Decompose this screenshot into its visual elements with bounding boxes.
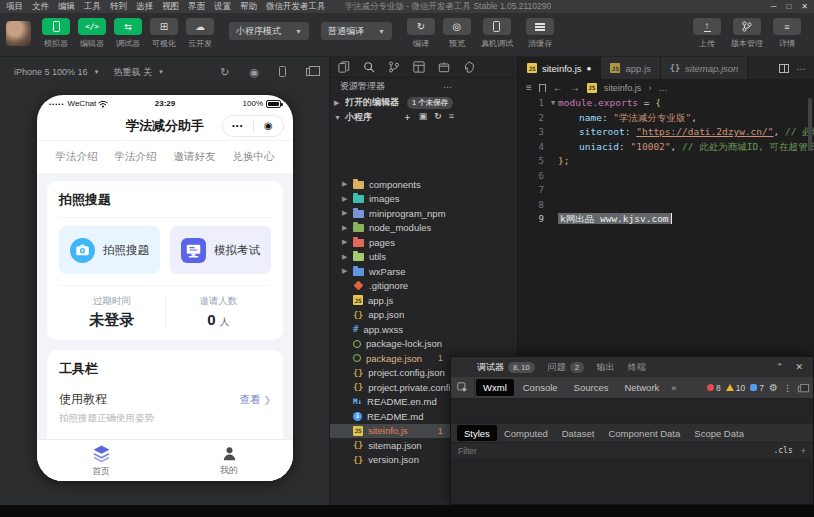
- close-button[interactable]: ✕: [801, 2, 808, 11]
- tab-problems[interactable]: 问题 2: [548, 361, 584, 374]
- package-icon[interactable]: [438, 61, 450, 73]
- layout-icon[interactable]: [413, 61, 425, 73]
- user-avatar[interactable]: [6, 21, 31, 46]
- device-selector[interactable]: iPhone 5 100% 16: [14, 67, 88, 77]
- compile-mode-dropdown[interactable]: 普通编译 ▼: [321, 22, 392, 40]
- phone-frame-icon[interactable]: [279, 66, 286, 79]
- open-editors-section[interactable]: ▶ 打开的编辑器 1 个未保存: [330, 95, 458, 110]
- link-intro-2[interactable]: 学法介绍: [115, 150, 157, 164]
- file-row-sitemap-json[interactable]: sitemap.json: [330, 438, 452, 453]
- file-row-node-modules[interactable]: ▶ node_modules: [330, 221, 452, 236]
- devtools-tab-wxml[interactable]: Wxml: [476, 379, 514, 396]
- error-counter[interactable]: 8: [707, 383, 721, 393]
- devtools-tab-network[interactable]: Network: [617, 379, 666, 396]
- tab-sitemap-json[interactable]: sitemap.json: [661, 57, 749, 79]
- tutorial-action-link[interactable]: 查看: [239, 393, 260, 407]
- file-row-project-config[interactable]: project.config.json: [330, 366, 452, 381]
- tab-home[interactable]: 首页: [37, 440, 165, 481]
- source-control-icon[interactable]: [388, 61, 400, 73]
- menu-devtools[interactable]: 微信开发者工具: [266, 1, 326, 13]
- details-button[interactable]: ≡ 详情: [770, 18, 804, 49]
- mode-dropdown[interactable]: 小程序模式 ▼: [229, 22, 309, 40]
- toggle-class-button[interactable]: .cls: [773, 446, 792, 455]
- inspector-tab-scope-data[interactable]: Scope Data: [687, 425, 751, 441]
- info-counter[interactable]: 7: [750, 383, 764, 393]
- new-file-icon[interactable]: ＋: [403, 111, 412, 124]
- file-row-app-json[interactable]: app.json: [330, 308, 452, 323]
- dock-side-icon[interactable]: [798, 385, 805, 391]
- hot-reload-selector[interactable]: 热重载 关: [114, 66, 153, 79]
- file-row-wxparse[interactable]: ▶ wxParse: [330, 264, 452, 279]
- link-exchange[interactable]: 兑换中心: [233, 150, 275, 164]
- menu-settings[interactable]: 设置: [214, 1, 231, 13]
- file-row-project-private-config[interactable]: project.private.config.js...: [330, 380, 452, 395]
- forward-icon[interactable]: →: [570, 82, 580, 93]
- file-row-miniprogram-npm[interactable]: ▶ miniprogram_npm: [330, 206, 452, 221]
- inspector-tab-computed[interactable]: Computed: [497, 425, 555, 441]
- tab-output[interactable]: 输出: [597, 361, 615, 374]
- menu-project[interactable]: 项目: [6, 1, 23, 13]
- tab-mine[interactable]: 我的: [165, 440, 293, 481]
- refresh-icon[interactable]: ↻: [434, 111, 442, 124]
- editor-scrollbar[interactable]: [808, 98, 812, 150]
- editor-toggle[interactable]: </> 编辑器: [75, 18, 109, 49]
- version-control-button[interactable]: 版本管理: [726, 18, 768, 49]
- fold-chevron-icon[interactable]: ▼: [548, 96, 558, 111]
- tab-app-js[interactable]: app.js: [601, 57, 660, 79]
- file-row-readme[interactable]: README.md: [330, 409, 452, 424]
- overflow-tabs-icon[interactable]: »: [671, 383, 676, 393]
- menu-edit[interactable]: 编辑: [58, 1, 75, 13]
- compile-button[interactable]: ↻ 编译: [404, 18, 438, 49]
- multi-window-icon[interactable]: [306, 68, 315, 76]
- tab-siteinfo-js[interactable]: siteinfo.js ●: [518, 57, 601, 79]
- more-actions-icon[interactable]: ⋯: [797, 63, 807, 74]
- devtools-tab-sources[interactable]: Sources: [567, 379, 616, 396]
- kebab-menu-icon[interactable]: ⋮: [783, 383, 792, 393]
- simulator-toggle[interactable]: 模拟器: [39, 18, 73, 49]
- collapse-all-icon[interactable]: ≡: [449, 111, 454, 124]
- split-editor-icon[interactable]: [779, 64, 789, 73]
- maximize-button[interactable]: □: [786, 2, 791, 11]
- file-row-images[interactable]: ▶ images: [330, 192, 452, 207]
- warning-counter[interactable]: 10: [726, 383, 745, 393]
- file-row-utils[interactable]: ▶ utils: [330, 250, 452, 265]
- file-row-gitignore[interactable]: .gitignore: [330, 279, 452, 294]
- code-url-token[interactable]: "https://dati.2dzyw.cn/": [636, 126, 773, 137]
- file-row-app-wxss[interactable]: app.wxss: [330, 322, 452, 337]
- cloud-dev-toggle[interactable]: ☁ 云开发: [183, 18, 217, 49]
- file-row-pages[interactable]: ▶ pages: [330, 235, 452, 250]
- menu-goto[interactable]: 转到: [110, 1, 127, 13]
- back-icon[interactable]: ←: [553, 82, 563, 93]
- tab-terminal[interactable]: 终端: [628, 361, 646, 374]
- close-panel-icon[interactable]: ✕: [795, 362, 803, 372]
- bookmark-icon[interactable]: [539, 84, 546, 92]
- files-icon[interactable]: [338, 61, 350, 73]
- debugger-toggle[interactable]: ⇆ 调试器: [111, 18, 145, 49]
- inspect-element-button[interactable]: [451, 377, 475, 398]
- menu-select[interactable]: 选择: [136, 1, 153, 13]
- unsaved-dot-icon[interactable]: ●: [587, 64, 592, 73]
- locate-icon[interactable]: ◉: [249, 66, 259, 79]
- upload-button[interactable]: ↑ 上传: [690, 18, 724, 49]
- clear-cache-button[interactable]: 清缓存: [520, 18, 560, 49]
- tutorial-row[interactable]: 使用教程 查看 ❯: [59, 391, 271, 408]
- mock-exam-button[interactable]: 模拟考试: [170, 226, 271, 274]
- hand-pointer-icon[interactable]: [463, 61, 475, 73]
- inspector-tab-styles[interactable]: Styles: [457, 425, 497, 441]
- file-row-readme-en[interactable]: README.en.md: [330, 395, 452, 410]
- breadcrumb-file[interactable]: siteinfo.js: [604, 83, 642, 93]
- tab-debugger[interactable]: 调试器 8, 10: [477, 361, 535, 374]
- new-folder-icon[interactable]: ▣: [419, 111, 428, 124]
- more-icon[interactable]: •••: [223, 116, 253, 136]
- menu-tools[interactable]: 工具: [84, 1, 101, 13]
- preview-button[interactable]: ◎ 预览: [440, 18, 474, 49]
- menu-file[interactable]: 文件: [32, 1, 49, 13]
- menu-interface[interactable]: 界面: [188, 1, 205, 13]
- file-row-siteinfo-js[interactable]: siteinfo.js 1: [330, 424, 452, 439]
- search-icon[interactable]: [363, 61, 375, 73]
- outline-icon[interactable]: ≡: [526, 82, 532, 93]
- breadcrumb-more[interactable]: …: [658, 83, 667, 93]
- inspector-tab-component-data[interactable]: Component Data: [601, 425, 687, 441]
- device-debug-button[interactable]: 真机调试: [476, 18, 518, 49]
- menu-help[interactable]: 帮助: [240, 1, 257, 13]
